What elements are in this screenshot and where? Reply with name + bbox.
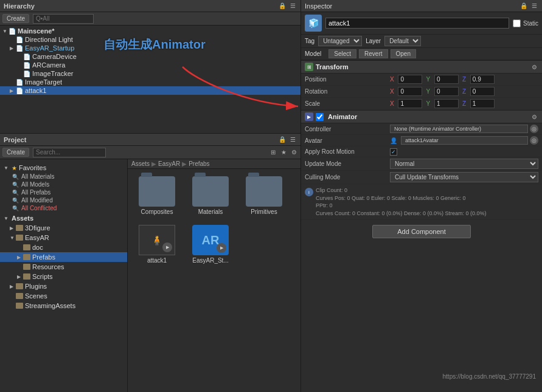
position-row: Position X Y Z [301, 74, 542, 86]
animator-component-header: ▶ Animator ⚙ [301, 110, 542, 123]
folder-item-attack1[interactable]: 🧍 ▶ attack1 [133, 222, 181, 266]
hierarchy-create-button[interactable]: Create [2, 14, 29, 23]
tag-label: Tag [305, 38, 314, 44]
select-button[interactable]: Select [328, 49, 356, 58]
project-create-button[interactable]: Create [2, 148, 29, 157]
hierarchy-item-directional_light[interactable]: 📄Directional Light [0, 35, 301, 44]
update-mode-select[interactable]: Normal [390, 159, 538, 169]
open-button[interactable]: Open [391, 49, 416, 58]
fav-item-all-materials[interactable]: 🔍All Materials [0, 173, 127, 181]
hierarchy-item-camera_device[interactable]: 📄CameraDevice [0, 52, 301, 61]
revert-button[interactable]: Revert [359, 49, 387, 58]
controller-pick-button[interactable]: ◎ [530, 125, 538, 133]
transform-title: Transform [316, 63, 349, 70]
hierarchy-item-ar_camera[interactable]: 📄ARCamera [0, 61, 301, 69]
animator-settings-icon[interactable]: ⚙ [530, 112, 538, 121]
avatar-pick-button[interactable]: ◎ [530, 136, 538, 145]
fav-item-all-prefabs[interactable]: 🔍All Prefabs [0, 188, 127, 196]
culling-mode-row: Culling Mode Cull Update Transforms [301, 171, 542, 184]
apply-root-motion-checkbox[interactable] [390, 148, 397, 156]
asset-item-scenes[interactable]: Scenes [0, 291, 127, 301]
folder-item-materials[interactable]: Materials [186, 174, 235, 218]
inspector-menu-icon[interactable]: ☰ [530, 2, 538, 10]
pos-x-input[interactable] [398, 75, 422, 84]
curves-pos: Curves Pos: 0 Quat: 0 Euler: 0 Scale: 0 … [316, 194, 487, 202]
rot-y-input[interactable] [434, 87, 459, 96]
asset-item-resources[interactable]: Resources [0, 262, 127, 272]
hierarchy-item-attack1[interactable]: ▶📄attack1 [0, 86, 301, 95]
project-search-input[interactable] [33, 148, 106, 157]
rot-z-input[interactable] [470, 87, 495, 96]
hierarchy-item-image_target[interactable]: 📄ImageTarget [0, 78, 301, 86]
tag-layer-row: Tag Untagged Layer Default [301, 35, 542, 48]
hierarchy-item-easyar_startup[interactable]: ▶📄EasyAR_Startup [0, 44, 301, 52]
apply-root-motion-label: Apply Root Motion [305, 148, 390, 155]
project-content: ▼ ★ Favorites 🔍All Materials🔍All Models🔍… [0, 159, 301, 392]
controller-value: None (Runtime Animator Controller) [390, 125, 528, 133]
assets-header[interactable]: ▼ Assets [0, 213, 127, 223]
scl-y-input[interactable] [434, 99, 459, 108]
scl-x-input[interactable] [398, 99, 422, 108]
hierarchy-toolbar: Create [0, 12, 301, 26]
object-icon: 🧊 [305, 15, 322, 32]
pptr: PPtr: 0 [316, 202, 487, 210]
animator-title: Animator [328, 113, 357, 120]
asset-item-easyar[interactable]: ▼EasyAR [0, 233, 127, 242]
pos-z-input[interactable] [470, 75, 495, 84]
breadcrumb-prefabs[interactable]: Prefabs [189, 160, 209, 167]
object-name-input[interactable] [325, 18, 509, 29]
rot-x-input[interactable] [398, 87, 422, 96]
asset-item-3dfigure[interactable]: ▶3Dfigure [0, 223, 127, 233]
project-lock-icon[interactable]: 🔒 [278, 136, 287, 144]
pos-y-input[interactable] [434, 75, 459, 84]
hierarchy-item-image_tracker[interactable]: 📄ImageTracker [0, 69, 301, 78]
hierarchy-menu-icon[interactable]: ☰ [288, 2, 297, 10]
inspector-panel: Inspector 🔒 ☰ 🧊 Static Tag Untagged [301, 0, 542, 392]
project-assets-view: Assets ▶ EasyAR ▶ Prefabs CompositesMate… [128, 159, 301, 392]
folder-item-composites[interactable]: Composites [133, 174, 181, 218]
hierarchy-item-mainscene[interactable]: ▼📄Mainscene* [0, 27, 301, 35]
position-label: Position [305, 76, 390, 83]
animator-enabled-checkbox[interactable] [316, 113, 324, 121]
transform-component-header: ⊞ Transform ⚙ [301, 60, 542, 74]
folder-grid: CompositesMaterialsPrimitives 🧍 ▶ attack… [128, 169, 301, 271]
update-mode-row: Update Mode Normal [301, 157, 542, 171]
scl-z-input[interactable] [470, 99, 495, 108]
asset-item-plugins[interactable]: ▶Plugins [0, 281, 127, 291]
asset-item-prefabs[interactable]: ▶Prefabs [0, 252, 127, 262]
rotation-label: Rotation [305, 88, 390, 95]
static-checkbox[interactable] [513, 19, 521, 27]
folder-item-easyar-st---[interactable]: AR ▶ EasyAR_St... [186, 222, 235, 266]
watermark: https://blog.csdn.net/qq_37777291 [443, 373, 536, 380]
culling-mode-label: Culling Mode [305, 174, 390, 181]
culling-mode-select[interactable]: Cull Update Transforms [390, 172, 538, 182]
project-view-icon[interactable]: ⊞ [269, 148, 277, 157]
breadcrumb-easyar[interactable]: EasyAR [158, 160, 180, 167]
transform-settings-icon[interactable]: ⚙ [530, 63, 538, 71]
fav-item-all-conflicted[interactable]: 🔍All Conflicted [0, 204, 127, 212]
animator-info: i Clip Count: 0 Curves Pos: 0 Quat: 0 Eu… [301, 184, 542, 220]
fav-item-all-models[interactable]: 🔍All Models [0, 181, 127, 188]
breadcrumb-assets[interactable]: Assets [131, 160, 150, 167]
layer-select[interactable]: Default [384, 36, 421, 46]
info-icon: i [305, 188, 313, 196]
project-star-icon[interactable]: ★ [279, 148, 288, 157]
hierarchy-lock-icon[interactable]: 🔒 [278, 2, 287, 10]
assets-label: Assets [12, 215, 33, 222]
asset-item-scripts[interactable]: ▶Scripts [0, 272, 127, 281]
inspector-lock-icon[interactable]: 🔒 [519, 2, 528, 10]
project-settings-icon[interactable]: ⚙ [290, 148, 298, 157]
favorites-header[interactable]: ▼ ★ Favorites [0, 163, 127, 173]
tag-select[interactable]: Untagged [318, 36, 362, 46]
add-component-button[interactable]: Add Component [372, 225, 471, 238]
hierarchy-search-input[interactable] [33, 14, 94, 24]
scale-label: Scale [305, 100, 390, 107]
model-label: Model [305, 50, 321, 57]
folder-item-primitives[interactable]: Primitives [240, 174, 288, 218]
asset-item-streamingassets[interactable]: StreamingAssets [0, 301, 127, 311]
controller-row: Controller None (Runtime Animator Contro… [301, 123, 542, 135]
fav-item-all-modified[interactable]: 🔍All Modified [0, 196, 127, 204]
asset-item-doc[interactable]: doc [0, 242, 127, 252]
project-menu-icon[interactable]: ☰ [288, 136, 297, 144]
hierarchy-title: Hierarchy [4, 2, 35, 10]
